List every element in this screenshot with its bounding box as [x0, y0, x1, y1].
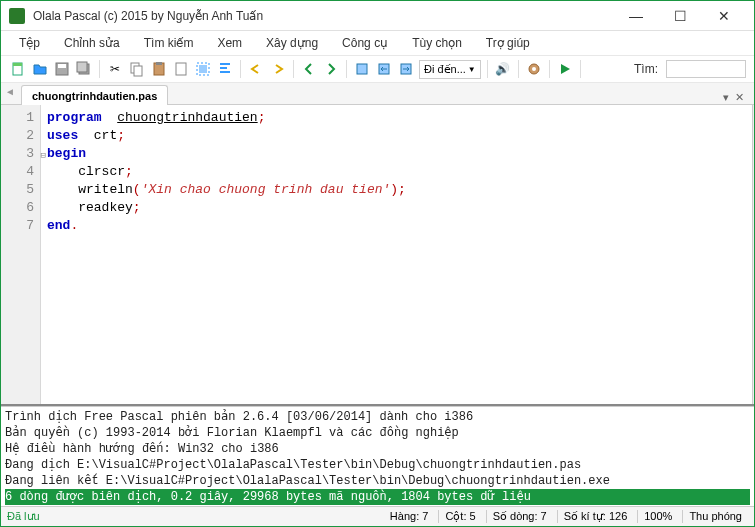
menu-file[interactable]: Tệp — [9, 33, 50, 53]
svg-rect-7 — [134, 66, 142, 76]
save-icon[interactable] — [53, 60, 71, 78]
clipboard-icon[interactable] — [172, 60, 190, 78]
code-area[interactable]: program chuongtrinhdautien;uses crt;begi… — [41, 105, 752, 404]
code-line[interactable]: clrscr; — [47, 163, 746, 181]
code-line[interactable]: end. — [47, 217, 746, 235]
gear-icon[interactable] — [525, 60, 543, 78]
undo-icon[interactable] — [247, 60, 265, 78]
save-all-icon[interactable] — [75, 60, 93, 78]
line-number: 1 — [1, 109, 34, 127]
maximize-button[interactable]: ☐ — [658, 2, 702, 30]
svg-rect-9 — [156, 62, 162, 65]
code-line[interactable]: uses crt; — [47, 127, 746, 145]
run-icon[interactable] — [556, 60, 574, 78]
redo-icon[interactable] — [269, 60, 287, 78]
line-number: 4 — [1, 163, 34, 181]
svg-rect-1 — [13, 63, 22, 66]
bookmark-prev-icon[interactable] — [375, 60, 393, 78]
status-row: Hàng: 7 — [384, 510, 435, 523]
tab-file[interactable]: chuongtrinhdautien.pas — [21, 85, 168, 105]
status-chars: Số kí tự: 126 — [557, 510, 634, 523]
output-line: Đang dịch E:\VisualC#Project\OlalaPascal… — [5, 457, 750, 473]
tab-filename: chuongtrinhdautien.pas — [32, 90, 157, 102]
tab-dropdown-icon[interactable]: ▾ — [723, 91, 729, 104]
menubar: Tệp Chỉnh sửa Tìm kiếm Xem Xây dựng Công… — [1, 31, 754, 55]
tabbar: ◄ chuongtrinhdautien.pas ▾ ✕ — [1, 83, 754, 105]
code-line[interactable]: program chuongtrinhdautien; — [47, 109, 746, 127]
titlebar: Olala Pascal (c) 2015 by Nguyễn Anh Tuấn… — [1, 1, 754, 31]
menu-edit[interactable]: Chỉnh sửa — [54, 33, 130, 53]
statusbar: Đã lưu Hàng: 7 Cột: 5 Số dòng: 7 Số kí t… — [1, 506, 754, 526]
status-saved: Đã lưu — [7, 510, 40, 523]
editor-scrollbar[interactable] — [752, 105, 754, 404]
bookmark-next-icon[interactable] — [397, 60, 415, 78]
svg-rect-3 — [58, 64, 66, 68]
code-line[interactable]: readkey; — [47, 199, 746, 217]
status-lines: Số dòng: 7 — [486, 510, 553, 523]
svg-rect-5 — [77, 62, 87, 72]
status-zoom: 100% — [637, 510, 678, 523]
status-col: Cột: 5 — [438, 510, 481, 523]
search-label: Tìm: — [634, 62, 662, 76]
open-file-icon[interactable] — [31, 60, 49, 78]
line-number: 6 — [1, 199, 34, 217]
svg-rect-12 — [199, 65, 207, 73]
output-line: Bản quyền (c) 1993-2014 bởi Florian Klae… — [5, 425, 750, 441]
tab-scroll-left-icon[interactable]: ◄ — [5, 86, 15, 97]
code-line[interactable]: writeln('Xin chao chuong trinh dau tien'… — [47, 181, 746, 199]
menu-options[interactable]: Tùy chọn — [402, 33, 472, 53]
nav-forward-icon[interactable] — [322, 60, 340, 78]
tab-close-icon[interactable]: ✕ — [735, 91, 744, 104]
svg-rect-10 — [176, 63, 186, 75]
goto-button[interactable]: Đi đến... ▼ — [419, 60, 481, 79]
close-button[interactable]: ✕ — [702, 2, 746, 30]
paste-icon[interactable] — [150, 60, 168, 78]
editor: 1234567 program chuongtrinhdautien;uses … — [1, 105, 754, 406]
output-line: Trình dịch Free Pascal phiên bản 2.6.4 [… — [5, 409, 750, 425]
line-number: 3 — [1, 145, 34, 163]
format-icon[interactable] — [216, 60, 234, 78]
status-mode: Thu phóng — [682, 510, 748, 523]
line-number: 2 — [1, 127, 34, 145]
minimize-button[interactable]: — — [614, 2, 658, 30]
output-line: Đang liên kết E:\VisualC#Project\OlalaPa… — [5, 473, 750, 489]
output-line: Hệ điều hành hướng đến: Win32 cho i386 — [5, 441, 750, 457]
sound-icon[interactable]: 🔊 — [494, 60, 512, 78]
window-title: Olala Pascal (c) 2015 by Nguyễn Anh Tuấn — [33, 9, 614, 23]
new-file-icon[interactable] — [9, 60, 27, 78]
line-number: 5 — [1, 181, 34, 199]
app-icon — [9, 8, 25, 24]
menu-build[interactable]: Xây dựng — [256, 33, 328, 53]
output-panel[interactable]: Trình dịch Free Pascal phiên bản 2.6.4 [… — [1, 406, 754, 506]
menu-tools[interactable]: Công cụ — [332, 33, 398, 53]
code-line[interactable]: begin — [47, 145, 746, 163]
copy-icon[interactable] — [128, 60, 146, 78]
menu-view[interactable]: Xem — [207, 33, 252, 53]
menu-search[interactable]: Tìm kiếm — [134, 33, 204, 53]
line-gutter: 1234567 — [1, 105, 41, 404]
select-all-icon[interactable] — [194, 60, 212, 78]
search-input[interactable] — [666, 60, 746, 78]
svg-rect-13 — [357, 64, 367, 74]
chevron-down-icon: ▼ — [468, 65, 476, 74]
line-number: 7 — [1, 217, 34, 235]
window-controls: — ☐ ✕ — [614, 2, 746, 30]
svg-point-17 — [532, 67, 536, 71]
output-success-line: 6 dòng được biên dịch, 0.2 giây, 29968 b… — [5, 489, 750, 505]
bookmark-icon[interactable] — [353, 60, 371, 78]
cut-icon[interactable]: ✂ — [106, 60, 124, 78]
toolbar: ✂ Đi đến... ▼ 🔊 Tìm: — [1, 55, 754, 83]
goto-label: Đi đến... — [424, 63, 466, 76]
menu-help[interactable]: Trợ giúp — [476, 33, 540, 53]
nav-back-icon[interactable] — [300, 60, 318, 78]
